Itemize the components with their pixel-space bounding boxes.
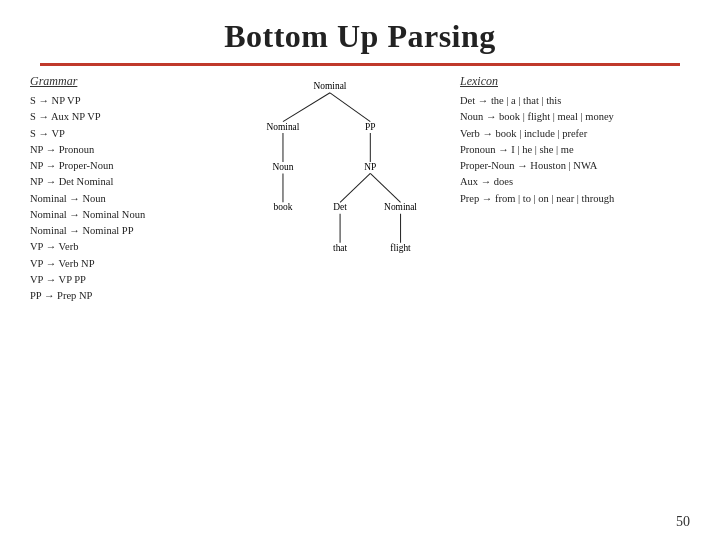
lexicon-rule: Verb → book | include | prefer bbox=[460, 126, 690, 142]
svg-text:PP: PP bbox=[365, 122, 375, 132]
parse-tree: Nominal Nominal PP Noun NP bo bbox=[200, 66, 460, 304]
svg-text:Det: Det bbox=[333, 202, 347, 212]
svg-text:Nominal: Nominal bbox=[314, 81, 347, 91]
svg-text:that: that bbox=[333, 243, 347, 253]
lexicon-rule: Noun → book | flight | meal | money bbox=[460, 109, 690, 125]
svg-line-11 bbox=[370, 173, 400, 202]
svg-line-2 bbox=[330, 93, 370, 122]
lexicon-rule: Pronoun → I | he | she | me bbox=[460, 142, 690, 158]
lexicon-rule: Det → the | a | that | this bbox=[460, 93, 690, 109]
svg-text:flight: flight bbox=[390, 243, 411, 253]
lexicon-header: Lexicon bbox=[460, 74, 690, 89]
tree-svg: Nominal Nominal PP Noun NP bo bbox=[160, 76, 500, 304]
svg-text:Noun: Noun bbox=[273, 162, 294, 172]
svg-text:Nominal: Nominal bbox=[267, 122, 300, 132]
svg-line-10 bbox=[340, 173, 370, 202]
svg-text:book: book bbox=[274, 202, 293, 212]
page-number: 50 bbox=[676, 514, 690, 530]
svg-text:NP: NP bbox=[364, 162, 376, 172]
lexicon-rule: Proper-Noun → Houston | NWA bbox=[460, 158, 690, 174]
svg-line-1 bbox=[283, 93, 330, 122]
lexicon-section: Lexicon Det → the | a | that | this Noun… bbox=[460, 74, 690, 207]
lexicon-rule: Aux → does bbox=[460, 174, 690, 190]
svg-text:Nominal: Nominal bbox=[384, 202, 417, 212]
lexicon-rules: Det → the | a | that | this Noun → book … bbox=[460, 93, 690, 207]
lexicon-rule: Prep → from | to | on | near | through bbox=[460, 191, 690, 207]
page-title: Bottom Up Parsing bbox=[0, 0, 720, 55]
